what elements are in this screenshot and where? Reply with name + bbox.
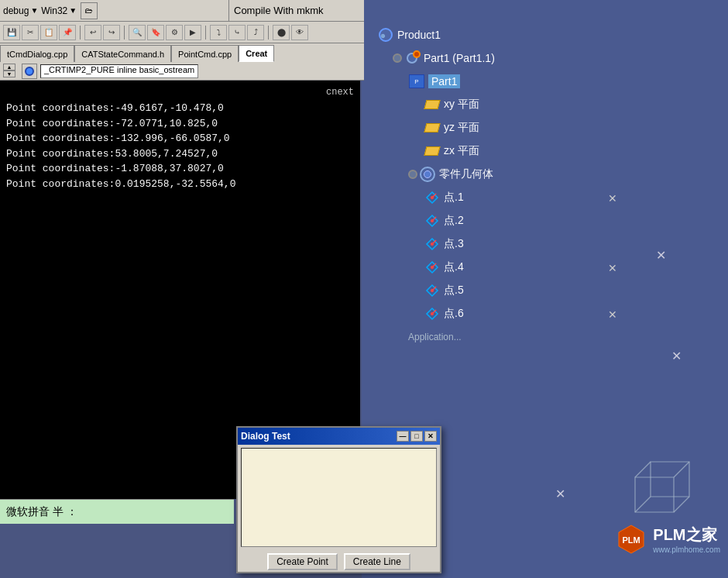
dialog-restore-btn[interactable]: □ [410,431,423,442]
tree-part-instance[interactable]: Part1 (Part1.1) [393,46,594,70]
tb-btn-build[interactable]: ⚙ [166,25,183,40]
plane-yz-icon [424,119,441,136]
tb-btn-paste[interactable]: 📌 [59,25,76,40]
point-5-label: 点.5 [444,284,464,298]
dialog-titlebar: Dialog Test — □ ✕ [238,428,440,445]
part-label: Part1 [428,74,460,88]
applications-label: Application... [408,332,462,342]
path-input[interactable]: _CRTIMP2_PURE inline basic_ostream [40,64,198,78]
plane-yz-label: yz 平面 [444,121,479,135]
path-down-btn[interactable]: ▼ [3,71,15,77]
tb-btn-cut[interactable]: ✂ [22,25,39,40]
tree-plane-xy[interactable]: xy 平面 [424,93,594,116]
svg-line-20 [635,462,651,477]
svg-point-5 [431,219,434,222]
console-line-4: Point coordinates:53.8005,7.24527,0 [6,146,354,162]
tree-product[interactable]: ⊕ Product1 [377,23,594,46]
tb-btn-bookmark[interactable]: 🔖 [147,25,164,40]
tree-point-6[interactable]: 点.6 ✕ [424,302,594,325]
part-icon: P [408,73,425,90]
dialog-content [241,448,437,547]
tree-point-4[interactable]: 点.4 ✕ [424,256,594,279]
tab-catstatecommand[interactable]: CATStateCommand.h [74,45,171,62]
point-6-label: 点.6 [444,307,464,321]
tree-plane-yz[interactable]: yz 平面 [424,116,594,139]
tb-btn-step-into[interactable]: ⤷ [228,25,246,40]
svg-text:PLM: PLM [623,535,640,545]
win32-dropdown-arrow[interactable]: ▼ [69,6,77,15]
tree-point-3[interactable]: 点.3 [424,232,594,256]
create-line-button[interactable]: Create Line [344,553,410,570]
console-line-1: Point coordinates:-49.6167,-10.478,0 [6,101,354,116]
create-point-button[interactable]: Create Point [267,553,338,570]
path-icon [22,64,37,79]
dialog-minimize-btn[interactable]: — [397,431,409,442]
product-label: Product1 [397,29,441,41]
product-icon: ⊕ [377,26,394,43]
tree-point-1[interactable]: 点.1 ✕ [424,186,594,209]
node-connector [393,53,402,63]
plm-name: PLM之家 [653,525,720,545]
ime-text: 微软拼音 半 ： [6,505,77,519]
point-3-icon [424,236,441,253]
tb-btn-breakpoint[interactable]: ⬤ [273,25,290,40]
delete-point-6[interactable]: ✕ [608,308,617,321]
tab-tcmddialog[interactable]: tCmdDialog.cpp [0,45,74,62]
plane-xy-icon [424,96,441,113]
wireframe-3d [620,454,713,532]
toolbar-debug: debug ▼ Win32 ▼ 🗁 [0,2,101,19]
dialog-window: Dialog Test — □ ✕ Create Point Create Li… [236,426,441,573]
path-bar: ▲ ▼ _CRTIMP2_PURE inline basic_ostream [0,62,364,81]
tree-plane-zx[interactable]: zx 平面 [424,139,594,163]
tb-btn-watch[interactable]: 👁 [291,25,308,40]
point-1-icon [424,189,441,206]
point-6-icon [424,305,441,322]
svg-line-22 [674,497,689,512]
tree-body[interactable]: 零件几何体 [408,163,594,186]
tb-btn-save[interactable]: 💾 [3,25,20,40]
plane-xy-label: xy 平面 [444,98,479,112]
delete-point-1[interactable]: ✕ [608,192,617,205]
dialog-buttons: Create Point Create Line [238,550,440,573]
tb-btn-run[interactable]: ▶ [184,25,201,40]
tree-applications[interactable]: Application... [408,325,594,349]
tb-btn-redo[interactable]: ↪ [103,25,120,40]
dialog-close-btn[interactable]: ✕ [424,431,437,442]
tree-point-5[interactable]: 点.5 [424,279,594,302]
body-node-connector [408,170,417,179]
float-x-1: ✕ [656,248,666,263]
toolbar-row2: 💾 ✂ 📋 📌 ↩ ↪ 🔍 🔖 ⚙ ▶ ⤵ ⤷ ⤴ ⬤ 👁 [0,22,364,43]
console-line-2: Point coordinates:-72.0771,10.825,0 [6,116,354,132]
console-title: cnext [6,87,354,98]
icon-box[interactable]: 🗁 [81,2,98,19]
sep4 [268,26,269,40]
tb-btn-step-over[interactable]: ⤵ [210,25,227,40]
tree-point-2[interactable]: 点.2 [424,209,594,232]
tb-btn-find[interactable]: 🔍 [129,25,146,40]
sep2 [124,26,125,40]
point-4-label: 点.4 [444,260,464,274]
svg-point-17 [431,312,434,315]
body-icon [419,166,436,183]
dropdown-arrow[interactable]: ▼ [30,6,38,15]
tree-part[interactable]: P Part1 [408,70,594,93]
plane-zx-icon [424,143,441,160]
ime-bar: 微软拼音 半 ： [0,499,234,524]
point-1-label: 点.1 [444,191,464,205]
tb-btn-undo[interactable]: ↩ [84,25,101,40]
tab-creat[interactable]: Creat [239,45,274,62]
sep1 [80,26,81,40]
tb-btn-step-out[interactable]: ⤴ [247,25,264,40]
delete-point-4[interactable]: ✕ [608,262,617,274]
path-up-btn[interactable]: ▲ [3,64,15,71]
svg-point-2 [431,196,434,199]
body-label: 零件几何体 [439,167,493,181]
tab-pointcmd[interactable]: PointCmd.cpp [171,45,239,62]
sep3 [205,26,206,40]
console-line-3: Point coordinates:-132.996,-66.0587,0 [6,131,354,146]
tb-btn-copy[interactable]: 📋 [40,25,57,40]
float-x-2: ✕ [671,349,682,363]
win32-label: Win32 [41,5,67,16]
console-line-6: Point coordinates:0.0195258,-32.5564,0 [6,177,354,192]
part-instance-icon [403,50,421,67]
